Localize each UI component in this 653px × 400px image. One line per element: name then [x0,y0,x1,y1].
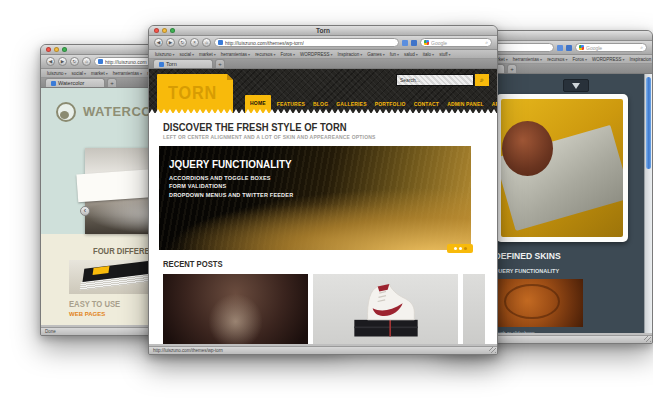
reload-button[interactable]: ↻ [178,38,187,47]
slider-prev-button[interactable]: ‹ [80,206,90,216]
bookmark-item[interactable]: Games▾ [367,52,385,57]
resize-grip[interactable] [644,335,651,342]
reload-button[interactable]: ↻ [70,57,79,66]
stop-button[interactable]: × [190,38,199,47]
pager-dot[interactable] [459,247,462,250]
bookmark-label: Inspiracion [629,57,651,62]
caret-down-icon: ▾ [192,52,194,57]
bookmark-item[interactable]: herramientas▾ [221,52,250,57]
scrollbar-thumb[interactable] [646,77,651,169]
post-thumbnail-rust[interactable] [163,274,308,344]
pager-dot[interactable] [454,247,457,250]
search-input[interactable]: Search... [396,74,474,86]
caret-down-icon: ▾ [173,52,175,57]
bookmark-item[interactable]: market▾ [199,52,216,57]
bookmark-item[interactable]: Foros▾ [280,52,295,57]
back-button[interactable]: ◀ [154,38,163,47]
feature-title: JQUERY FUNCTIONALITY [491,268,559,274]
zoom-button[interactable] [170,28,175,33]
yellow-metal-image [501,99,623,237]
torn-logo[interactable]: TORN [157,74,233,113]
bookmark-item[interactable]: recursos▾ [255,52,275,57]
bookmark-item[interactable]: herramientas▾ [513,57,542,62]
bookmark-label: luiszuno [47,71,64,76]
bookmark-item[interactable]: luiszuno▾ [155,52,175,57]
rust-valve-image[interactable] [487,279,583,327]
zoom-button[interactable] [62,47,67,52]
hero-slider[interactable]: JQUERY FUNCTIONALITY ACCORDIONS AND TOGG… [159,146,471,250]
bookmark-item[interactable]: fun▾ [390,52,399,57]
page-headline: DISCOVER THE FRESH STYLE OF TORN [163,121,483,133]
caret-down-icon: ▾ [293,52,295,57]
bookmark-label: herramientas [221,52,247,57]
bookmark-label: social [72,71,84,76]
watercolor-logo-icon [56,102,76,122]
tab-label: Watercolor [58,80,84,86]
page-content: DISCOVER THE FRESH STYLE OF TORN LEFT OR… [149,121,497,344]
minimize-button[interactable] [162,28,167,33]
home-button[interactable]: ⌂ [82,57,91,66]
bookmark-item[interactable]: recursos▾ [547,57,567,62]
search-button[interactable]: ⌕ [475,74,489,86]
bookmark-item[interactable]: market▾ [91,71,108,76]
history-icon[interactable] [411,40,417,46]
window-controls [154,28,175,33]
post-thumbnail-partial[interactable] [463,274,485,344]
new-tab-button[interactable]: + [507,64,517,73]
framed-photo[interactable] [496,94,628,242]
bookmark-item[interactable]: Inspiracion▾ [337,52,362,57]
recent-posts-title: RECENT POSTS [163,259,483,269]
titlebar[interactable]: Torn [149,26,497,36]
forward-button[interactable]: ▶ [166,38,175,47]
scrollbar[interactable] [644,74,652,333]
history-icon[interactable] [566,45,572,51]
bookmark-item[interactable]: luiszuno▾ [47,71,67,76]
url-field[interactable]: http://luiszuno.com/themes/wp-torn/ [214,38,399,47]
page-viewport: TORN Search... ⌕ HOME FEATURES BLOG GALL… [149,69,497,344]
bookmark-item[interactable]: WORDPRESS▾ [592,57,625,62]
resize-grip[interactable] [489,346,496,353]
new-tab-button[interactable]: + [215,59,225,68]
caret-down-icon: ▾ [432,52,434,57]
hero-title-text: JQUERY FUNCTIONALITY [169,158,292,170]
minimize-button[interactable] [54,47,59,52]
torn-logo-text: TORN [168,83,217,104]
bookmark-item[interactable]: herramientas▾ [113,71,142,76]
hero-lines: ACCORDIONS AND TOGGLE BOXESFORM VALIDATI… [159,172,471,198]
bookmark-item[interactable]: italo▾ [423,52,434,57]
back-button[interactable]: ◀ [46,57,55,66]
pager-dot[interactable] [464,247,467,250]
close-button[interactable] [154,28,159,33]
site-header: TORN Search... ⌕ HOME FEATURES BLOG GALL… [149,69,497,113]
bookmark-item[interactable]: stuff▾ [439,52,450,57]
caret-down-icon: ▾ [383,52,385,57]
bookmark-label: salud [404,52,415,57]
bookmark-icon[interactable] [402,40,408,46]
bookmark-item[interactable]: salud▾ [404,52,418,57]
post-thumbnail-sneaker[interactable] [313,274,458,344]
bookmark-item[interactable]: Foros▾ [572,57,587,62]
home-button[interactable]: ⌂ [202,38,211,47]
google-icon [424,40,429,45]
bookmark-item[interactable]: social▾ [180,52,195,57]
badge-icon [563,79,589,92]
caret-down-icon: ▾ [273,52,275,57]
bookmark-icon[interactable] [557,45,563,51]
bookmark-item[interactable]: Inspiracion▾ [629,57,652,62]
tab-torn[interactable]: Torn [153,59,213,68]
site-favicon [218,40,223,45]
google-search-field[interactable]: Google ⌕ [420,38,492,47]
bookmark-item[interactable]: social▾ [72,71,87,76]
sneaker-image [336,276,436,342]
google-search-field[interactable]: Google ⌕ [575,43,647,52]
bookmark-item[interactable]: WORDPRESS▾ [300,52,333,57]
bookmarks-bar: luiszuno▾social▾market▾herramientas▾recu… [149,50,497,59]
caret-down-icon: ▾ [397,52,399,57]
page-subheadline: LEFT OR CENTER ALIGNMENT AND A LOT OF SK… [163,134,483,140]
bookmark-label: Foros [572,57,584,62]
tab-watercolor[interactable]: Watercolor [45,78,105,87]
new-tab-button[interactable]: + [107,78,117,87]
forward-button[interactable]: ▶ [58,57,67,66]
caret-down-icon: ▾ [449,52,451,57]
close-button[interactable] [46,47,51,52]
